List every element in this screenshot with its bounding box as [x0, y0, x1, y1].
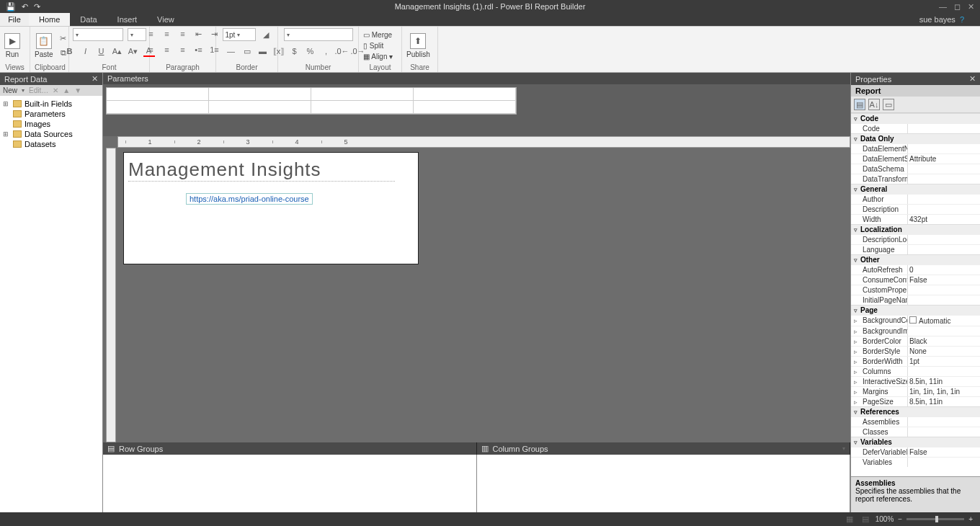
prop-row[interactable]: DescriptionLocID: [851, 234, 980, 244]
split-button[interactable]: ▯ Split: [363, 42, 393, 50]
edit-button[interactable]: Edit…: [29, 86, 48, 94]
prop-row[interactable]: BorderColorBlack: [851, 336, 980, 346]
prop-row[interactable]: Width432pt: [851, 214, 980, 224]
italic-icon[interactable]: I: [80, 45, 92, 57]
maximize-icon[interactable]: ◻: [954, 2, 961, 12]
placeholder-icon[interactable]: ⟦x⟧: [273, 45, 285, 57]
number-format-combo[interactable]: [284, 28, 353, 41]
tab-insert[interactable]: Insert: [107, 13, 148, 26]
merge-button[interactable]: ▭ Merge: [363, 31, 393, 39]
decrease-indent-icon[interactable]: ⇤: [193, 28, 205, 40]
zoom-slider[interactable]: [906, 518, 964, 520]
prop-category[interactable]: Page: [851, 305, 980, 315]
font-size-combo[interactable]: [128, 28, 146, 41]
property-pages-icon[interactable]: ▭: [883, 99, 894, 110]
move-up-icon[interactable]: ▲: [63, 86, 70, 94]
prop-row[interactable]: BackgroundImag: [851, 326, 980, 336]
move-down-icon[interactable]: ▼: [74, 86, 81, 94]
tree-item[interactable]: Parameters: [3, 109, 99, 119]
tree-item[interactable]: Datasets: [3, 139, 99, 149]
zoom-out-icon[interactable]: −: [898, 515, 902, 523]
prop-row[interactable]: BorderStyleNone: [851, 346, 980, 356]
publish-button[interactable]: ⬆Publish: [406, 33, 430, 58]
prop-row[interactable]: DeferVariableEvalFalse: [851, 447, 980, 457]
prop-row[interactable]: Code: [851, 123, 980, 133]
prop-row[interactable]: PageSize8.5in, 11in: [851, 396, 980, 406]
prop-row[interactable]: Variables: [851, 457, 980, 467]
prop-category[interactable]: Code: [851, 113, 980, 123]
prop-row[interactable]: BorderWidth1pt: [851, 356, 980, 366]
prop-row[interactable]: Margins1in, 1in, 1in, 1in: [851, 386, 980, 396]
font-family-combo[interactable]: [73, 28, 123, 41]
prop-category[interactable]: Other: [851, 254, 980, 264]
close-panel-icon[interactable]: ✕: [92, 74, 98, 84]
grow-font-icon[interactable]: A▴: [112, 45, 123, 57]
align-middle-icon[interactable]: ≡: [161, 28, 173, 40]
border-style-icon[interactable]: —: [226, 45, 237, 57]
percent-icon[interactable]: %: [305, 45, 316, 57]
tree-item[interactable]: Images: [3, 119, 99, 129]
fill-color-icon[interactable]: ▬: [257, 45, 269, 57]
currency-icon[interactable]: $: [289, 45, 300, 57]
groups-menu-icon[interactable]: [842, 445, 850, 452]
prop-row[interactable]: DataElementNam: [851, 143, 980, 153]
tree-item[interactable]: ⊞Built-in Fields: [3, 99, 99, 109]
prop-category[interactable]: Localization: [851, 224, 980, 234]
prop-row[interactable]: InteractiveSize8.5in, 11in: [851, 376, 980, 386]
prop-row[interactable]: Language: [851, 244, 980, 254]
prop-row[interactable]: Description: [851, 204, 980, 214]
prop-category[interactable]: General: [851, 184, 980, 194]
report-title-textbox[interactable]: Management Insights: [128, 159, 395, 182]
redo-icon[interactable]: ↷: [34, 2, 40, 12]
help-icon[interactable]: ?: [960, 15, 964, 24]
align-button[interactable]: ▦ Align ▾: [363, 53, 393, 61]
user-name[interactable]: sue bayes: [919, 15, 956, 24]
minimize-icon[interactable]: —: [939, 2, 947, 12]
tab-data[interactable]: Data: [70, 13, 107, 26]
tab-view[interactable]: View: [147, 13, 184, 26]
save-icon[interactable]: 💾: [6, 2, 16, 12]
comma-icon[interactable]: ,: [321, 45, 332, 57]
align-top-icon[interactable]: ≡: [146, 28, 157, 40]
border-color-icon[interactable]: ◢: [260, 29, 272, 40]
bold-icon[interactable]: B: [64, 45, 76, 57]
undo-icon[interactable]: ↶: [22, 2, 28, 12]
prop-row[interactable]: Author: [851, 194, 980, 204]
paste-button[interactable]: 📋Paste: [35, 33, 53, 58]
group-panels[interactable]: [103, 455, 850, 512]
bullets-icon[interactable]: •≡: [193, 44, 205, 55]
file-menu[interactable]: File: [0, 13, 29, 26]
close-icon[interactable]: ✕: [968, 2, 974, 12]
prop-row[interactable]: BackgroundColorAutomatic: [851, 315, 980, 326]
prop-category[interactable]: Data Only: [851, 133, 980, 143]
align-bottom-icon[interactable]: ≡: [177, 28, 189, 40]
align-right-icon[interactable]: ≡: [177, 44, 189, 55]
report-link-textbox[interactable]: https://aka.ms/priad-online-course: [186, 193, 313, 205]
tree-item[interactable]: ⊞Data Sources: [3, 129, 99, 139]
zoom-in-icon[interactable]: +: [968, 515, 973, 523]
prop-row[interactable]: InitialPageName: [851, 295, 980, 305]
new-button[interactable]: New: [3, 86, 17, 94]
prop-row[interactable]: Classes: [851, 427, 980, 437]
increase-decimal-icon[interactable]: .0←: [337, 45, 348, 57]
categorized-icon[interactable]: ▤: [854, 99, 865, 110]
align-left-icon[interactable]: ≡: [146, 44, 157, 55]
close-properties-icon[interactable]: ✕: [969, 74, 976, 84]
prop-category[interactable]: Variables: [851, 437, 980, 447]
prop-row[interactable]: DataTransform: [851, 174, 980, 184]
tab-home[interactable]: Home: [29, 13, 70, 26]
prop-row[interactable]: DataSchema: [851, 164, 980, 174]
prop-row[interactable]: DataElementStyleAttribute: [851, 153, 980, 164]
align-center-icon[interactable]: ≡: [161, 44, 173, 55]
underline-icon[interactable]: U: [96, 45, 107, 57]
parameters-grid[interactable]: [106, 87, 517, 115]
run-button[interactable]: ▶Run: [4, 33, 20, 58]
prop-row[interactable]: Assemblies: [851, 416, 980, 427]
report-canvas[interactable]: Management Insights https://aka.ms/priad…: [123, 152, 419, 264]
delete-icon[interactable]: ✕: [53, 86, 58, 94]
prop-row[interactable]: ConsumeContainFalse: [851, 275, 980, 285]
layout-view2-icon[interactable]: ▤: [860, 514, 871, 525]
prop-row[interactable]: AutoRefresh0: [851, 264, 980, 275]
shrink-font-icon[interactable]: A▾: [128, 45, 139, 57]
prop-row[interactable]: CustomPropertie: [851, 285, 980, 295]
